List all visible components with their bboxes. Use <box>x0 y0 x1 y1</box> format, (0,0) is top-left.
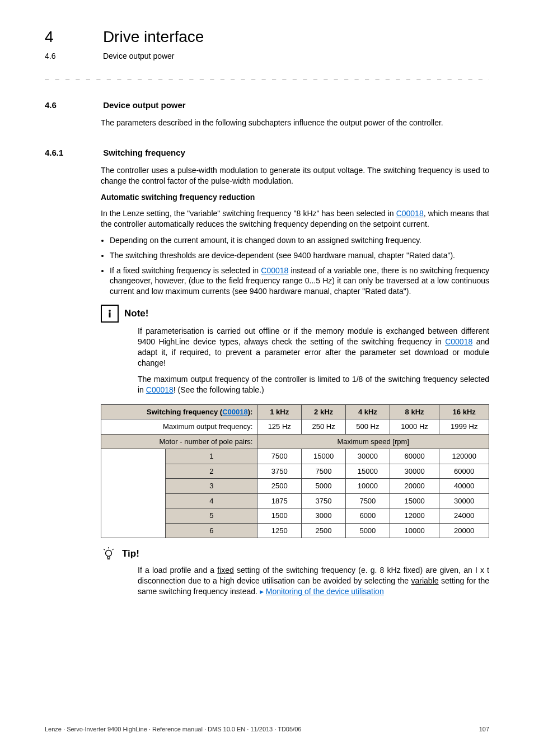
code-link-c00018[interactable]: C00018 <box>222 408 248 416</box>
section-number: 4.6 <box>45 100 101 111</box>
col-header: 2 kHz <box>302 404 346 419</box>
section-title: Device output power <box>103 100 186 110</box>
section-number: 4.6.1 <box>45 147 101 158</box>
table-row: Maximum output frequency: 125 Hz 250 Hz … <box>101 419 489 435</box>
chapter-number: 4 <box>45 26 101 48</box>
table-row: Switching frequency (C00018): 1 kHz 2 kH… <box>101 404 489 419</box>
list-item: Depending on the current amount, it is c… <box>110 235 489 246</box>
cell: 3000 <box>302 508 346 524</box>
bullet-list: Depending on the current amount, it is c… <box>101 235 489 297</box>
col-header: 8 kHz <box>390 404 439 419</box>
section-number-header: 4.6 <box>45 51 101 62</box>
text: If parameterisation is carried out offli… <box>138 326 489 346</box>
note-title: Note! <box>124 307 148 320</box>
text: ! (See the following table.) <box>174 385 264 394</box>
table-header-label: Switching frequency (C00018): <box>101 404 257 419</box>
tip-callout: Tip! If a load profile and a fixed setti… <box>101 546 489 597</box>
col-header: 1 kHz <box>257 404 302 419</box>
cell: 10000 <box>390 523 439 538</box>
cell: 7500 <box>302 464 346 479</box>
code-link-c00018[interactable]: C00018 <box>146 385 174 394</box>
text: Switching frequency ( <box>147 408 222 416</box>
cell: 20000 <box>439 523 489 538</box>
section-4-6-1-para: The controller uses a pulse-width modula… <box>101 165 489 186</box>
cell: 30000 <box>439 493 489 508</box>
chapter-title: Drive interface <box>103 28 204 45</box>
cell: 2500 <box>257 479 302 494</box>
switching-frequency-table: Switching frequency (C00018): 1 kHz 2 kH… <box>101 404 489 539</box>
cell: 120000 <box>439 449 489 464</box>
text: In the Lenze setting, the "variable" swi… <box>101 209 396 218</box>
svg-point-5 <box>106 550 112 557</box>
cell: 12000 <box>390 508 439 524</box>
col-header: 16 kHz <box>439 404 489 419</box>
pole-pair: 3 <box>166 479 257 494</box>
cell: 2500 <box>302 523 346 538</box>
cell: 1000 Hz <box>390 419 439 435</box>
footer-text: Lenze · Servo-Inverter 9400 HighLine · R… <box>45 725 301 734</box>
cell: 24000 <box>439 508 489 524</box>
tip-para: If a load profile and a fixed setting of… <box>138 565 489 597</box>
page-footer: Lenze · Servo-Inverter 9400 HighLine · R… <box>45 725 489 734</box>
note-callout: Note! If parameterisation is carried out… <box>101 305 489 395</box>
section-4-6-heading: 4.6 Device output power <box>45 100 489 111</box>
cell: 3750 <box>257 464 302 479</box>
text: If a fixed switching frequency is select… <box>110 266 261 275</box>
empty-cell <box>101 449 166 538</box>
cell: 1500 <box>257 508 302 524</box>
span-header: Maximum speed [rpm] <box>257 434 489 449</box>
svg-point-0 <box>109 310 111 312</box>
cell: 20000 <box>390 479 439 494</box>
table-row: Motor - number of pole pairs: Maximum sp… <box>101 434 489 449</box>
note-para-1: If parameterisation is carried out offli… <box>138 326 489 368</box>
row-label: Motor - number of pole pairs: <box>101 434 257 449</box>
section-4-6-1-heading: 4.6.1 Switching frequency <box>45 147 489 158</box>
cell: 3750 <box>302 493 346 508</box>
note-para-2: The maximum output frequency of the cont… <box>138 374 489 395</box>
svg-rect-1 <box>109 312 111 318</box>
pole-pair: 4 <box>166 493 257 508</box>
list-item: If a fixed switching frequency is select… <box>110 265 489 297</box>
svg-line-4 <box>113 549 114 550</box>
page-header: 4 Drive interface 4.6 Device output powe… <box>45 26 489 62</box>
cell: 7500 <box>257 449 302 464</box>
cell: 30000 <box>390 464 439 479</box>
cell: 60000 <box>439 464 489 479</box>
code-link-c00018[interactable]: C00018 <box>261 266 288 275</box>
svg-line-3 <box>104 549 105 550</box>
text: ): <box>248 408 253 416</box>
cell: 15000 <box>345 464 390 479</box>
col-header: 4 kHz <box>345 404 390 419</box>
cell: 1999 Hz <box>439 419 489 435</box>
cell: 5000 <box>302 479 346 494</box>
pole-pair: 6 <box>166 523 257 538</box>
code-link-c00018[interactable]: C00018 <box>396 209 424 218</box>
cell: 60000 <box>390 449 439 464</box>
cell: 250 Hz <box>302 419 346 435</box>
code-link-c00018[interactable]: C00018 <box>445 337 472 346</box>
cell: 10000 <box>345 479 390 494</box>
cell: 40000 <box>439 479 489 494</box>
lightbulb-icon <box>101 546 116 562</box>
arrow-icon: ▸ <box>260 587 264 596</box>
auto-reduction-heading: Automatic switching frequency reduction <box>101 193 255 202</box>
underline-text: fixed <box>217 566 234 575</box>
tip-title: Tip! <box>122 548 139 561</box>
cell: 1250 <box>257 523 302 538</box>
monitoring-link[interactable]: Monitoring of the device utilisation <box>266 587 384 596</box>
cell: 15000 <box>302 449 346 464</box>
table-row: 1 7500 15000 30000 60000 120000 <box>101 449 489 464</box>
section-title: Switching frequency <box>103 148 185 157</box>
row-label: Maximum output frequency: <box>101 419 257 435</box>
cell: 15000 <box>390 493 439 508</box>
section-4-6-para: The parameters described in the followin… <box>101 118 489 128</box>
text: If a load profile and a <box>138 566 217 575</box>
cell: 30000 <box>345 449 390 464</box>
divider: _ _ _ _ _ _ _ _ _ _ _ _ _ _ _ _ _ _ _ _ … <box>45 72 489 81</box>
cell: 1875 <box>257 493 302 508</box>
pole-pair: 2 <box>166 464 257 479</box>
cell: 125 Hz <box>257 419 302 435</box>
cell: 5000 <box>345 523 390 538</box>
page-number: 107 <box>479 725 489 734</box>
cell: 6000 <box>345 508 390 524</box>
